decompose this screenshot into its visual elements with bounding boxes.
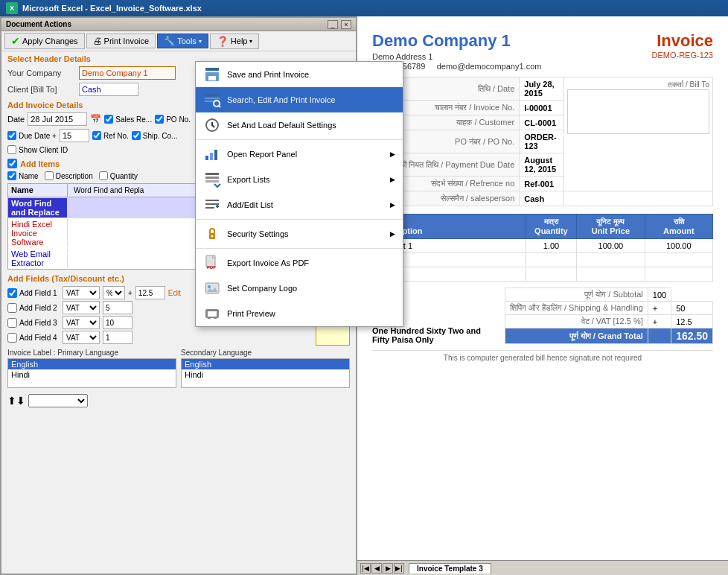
toolbar-apply-changes[interactable]: ✔ Apply Changes <box>4 33 85 49</box>
panel-minimize-btn[interactable]: _ <box>328 20 338 29</box>
excel-icon: X <box>6 2 18 14</box>
secondary-lang-label: Secondary Language <box>181 349 350 357</box>
refno-checkbox[interactable] <box>92 131 101 140</box>
field2-value[interactable] <box>103 301 132 314</box>
client-label: Client [Bill To] <box>7 85 74 94</box>
your-company-input[interactable] <box>79 66 176 80</box>
invoice-no-value-cell: I-00001 <box>520 101 564 115</box>
menu-security-settings[interactable]: Security Settings ▶ <box>196 221 403 247</box>
salesre-check: Sales Re... <box>104 115 152 124</box>
field1-value[interactable] <box>135 286 165 299</box>
menu-divider-1 <box>196 139 403 140</box>
secondary-lang-list[interactable]: English Hindi <box>181 358 350 388</box>
panel-close-btn[interactable]: × <box>341 20 351 29</box>
add-edit-arrow: ▶ <box>390 201 395 209</box>
menu-set-defaults[interactable]: Set And Load Default Settings <box>196 112 403 138</box>
svg-rect-13 <box>205 177 219 179</box>
menu-save-print[interactable]: Save and Print Invoice <box>196 62 403 87</box>
printer-icon: 🖨 <box>93 36 102 46</box>
menu-open-report[interactable]: Open Report Panel ▶ <box>196 142 403 167</box>
duedate-checkbox[interactable] <box>7 131 16 140</box>
nav-first-btn[interactable]: |◀ <box>360 563 371 574</box>
toolbar-help[interactable]: ❓ Help ▾ <box>210 34 260 49</box>
invoice-footer-note: This is computer generated bill hence si… <box>372 350 713 362</box>
toolbar-tools[interactable]: 🔧 Tools ▾ <box>157 34 208 48</box>
due-date-input[interactable] <box>60 129 89 142</box>
toolbar-print-invoice[interactable]: 🖨 Print Invoice <box>86 34 156 48</box>
calendar-icon[interactable]: 📅 <box>90 114 101 124</box>
field2-checkbox[interactable] <box>7 303 17 313</box>
grand-total-row: पूर्ण योग / Grand Total 162.50 <box>505 328 712 344</box>
qty-checkbox[interactable] <box>99 171 108 180</box>
secondary-lang-english[interactable]: English <box>182 359 349 369</box>
field4-value[interactable] <box>103 331 132 344</box>
print-preview-icon <box>203 305 221 323</box>
client-input[interactable] <box>79 83 138 96</box>
svg-point-19 <box>211 235 214 238</box>
svg-text:PDF: PDF <box>207 265 216 270</box>
company-name: Demo Company 1 <box>372 31 541 51</box>
grand-total-value: 162.50 <box>671 328 713 344</box>
bill-to-label: तकर्ता / Bill To <box>567 80 709 89</box>
date-input[interactable] <box>28 112 87 126</box>
field3-type[interactable]: VAT <box>63 316 100 329</box>
svg-rect-14 <box>205 180 219 182</box>
set-defaults-label: Set And Load Default Settings <box>227 121 336 130</box>
svg-point-23 <box>208 285 211 288</box>
nav-prev-btn[interactable]: ◀ <box>371 563 382 574</box>
set-logo-label: Set Company Logo <box>227 284 297 293</box>
field3-value[interactable] <box>103 316 132 329</box>
field1-checkbox[interactable] <box>7 288 17 298</box>
svg-rect-9 <box>205 156 208 160</box>
field-row-4: Add Field 4 VAT <box>7 331 313 344</box>
svg-rect-11 <box>214 150 217 160</box>
tools-icon: 🔧 <box>164 36 175 46</box>
bottom-select[interactable] <box>28 394 88 407</box>
salesre-checkbox[interactable] <box>104 115 113 124</box>
security-label: Security Settings <box>227 229 289 238</box>
field1-type[interactable]: VAT <box>63 286 100 299</box>
your-company-label: Your Company <box>7 69 74 77</box>
showclient-checkbox[interactable] <box>7 145 16 154</box>
bill-to-input[interactable] <box>567 89 709 134</box>
shipco-checkbox[interactable] <box>132 131 141 140</box>
date-value-cell: July 28, 2015 <box>520 77 564 101</box>
vat-symbol: + <box>648 315 671 328</box>
add-items-checkbox[interactable] <box>7 159 17 168</box>
tools-dropdown-menu: Save and Print Invoice Search, Edit And … <box>195 61 403 327</box>
menu-search-edit[interactable]: Search, Edit And Print Invoice <box>196 87 403 112</box>
menu-print-preview[interactable]: Print Preview <box>196 301 403 326</box>
field1-unit[interactable]: % <box>103 286 125 299</box>
svg-rect-2 <box>208 76 216 80</box>
company-address: Demo Address 1 <box>372 52 541 61</box>
nav-last-btn[interactable]: ▶| <box>394 563 404 574</box>
invoice-title: Invoice <box>651 31 713 51</box>
field4-checkbox[interactable] <box>7 333 17 343</box>
menu-add-edit-list[interactable]: Add/Edit List ▶ <box>196 192 403 217</box>
nav-next-btn[interactable]: ▶ <box>383 563 393 574</box>
set-logo-icon <box>203 279 221 297</box>
field1-edit-link[interactable]: Edit <box>168 289 181 297</box>
svg-rect-17 <box>205 207 214 209</box>
field4-type[interactable]: VAT <box>63 331 100 344</box>
desc-checkbox[interactable] <box>45 171 54 180</box>
export-pdf-icon: PDF <box>203 254 221 272</box>
menu-set-logo[interactable]: Set Company Logo <box>196 276 403 301</box>
sheet-tab-invoice[interactable]: Invoice Template 3 <box>409 563 491 574</box>
vat-row: वेट / VAT [12.5 %] + 12.5 <box>505 315 712 328</box>
menu-export-pdf[interactable]: PDF Export Invoice As PDF <box>196 250 403 276</box>
field1-plus: + <box>128 289 132 297</box>
field2-type[interactable]: VAT <box>63 301 100 314</box>
secondary-lang-hindi[interactable]: Hindi <box>182 369 349 380</box>
arrows-icon: ⬆⬇ <box>7 395 25 407</box>
field3-checkbox[interactable] <box>7 318 17 328</box>
amount-words: One Hundred Sixty Two and Fifty Paisa On… <box>372 326 505 344</box>
primary-lang-hindi[interactable]: Hindi <box>8 369 176 380</box>
vat-label: वेट / VAT [12.5 %] <box>505 315 648 328</box>
name-checkbox[interactable] <box>7 171 16 180</box>
pono-checkbox[interactable] <box>155 115 164 124</box>
menu-export-lists[interactable]: Export Lists ▶ <box>196 167 403 192</box>
primary-lang-english[interactable]: English <box>8 359 176 369</box>
primary-lang-list[interactable]: English Hindi <box>7 358 176 388</box>
table-row: Product 1 1.00 100.00 100.00 <box>373 239 713 253</box>
